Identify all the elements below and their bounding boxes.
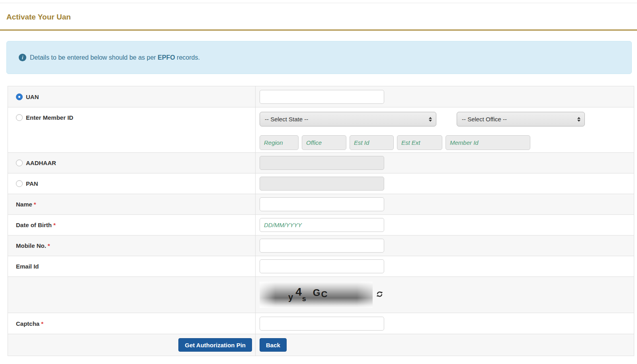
name-label: Name bbox=[16, 201, 32, 208]
select-stepper-icon bbox=[577, 117, 580, 122]
captcha-image: y4sGC bbox=[260, 282, 373, 308]
uan-radio-label: UAN bbox=[26, 93, 39, 100]
name-input[interactable] bbox=[260, 197, 384, 211]
member-id-input bbox=[446, 135, 530, 150]
uan-activation-form: UAN Enter Member ID -- Select State -- -… bbox=[8, 86, 634, 356]
member-id-radio[interactable] bbox=[16, 114, 23, 121]
dob-label: Date of Birth bbox=[16, 222, 52, 228]
uan-input[interactable] bbox=[260, 90, 384, 104]
pan-input bbox=[260, 177, 384, 191]
dob-input[interactable] bbox=[260, 218, 384, 232]
refresh-icon bbox=[376, 291, 383, 299]
state-select[interactable]: -- Select State -- bbox=[260, 112, 436, 127]
office-input bbox=[302, 135, 346, 150]
uan-radio[interactable] bbox=[16, 93, 23, 100]
info-icon: i bbox=[19, 54, 26, 61]
captcha-input[interactable] bbox=[260, 317, 384, 331]
pan-radio[interactable] bbox=[16, 180, 23, 187]
info-alert: i Details to be entered below should be … bbox=[6, 41, 632, 74]
email-label: Email Id bbox=[16, 263, 39, 270]
region-input bbox=[260, 135, 299, 150]
row-captcha-input: Captcha * bbox=[8, 313, 634, 334]
row-buttons: Get Authorization Pin Back bbox=[8, 334, 634, 356]
mobile-label: Mobile No. bbox=[16, 242, 46, 249]
mobile-input[interactable] bbox=[260, 239, 384, 253]
top-divider bbox=[0, 0, 637, 3]
required-asterisk: * bbox=[48, 242, 50, 249]
est-ext-input bbox=[397, 135, 442, 150]
back-button[interactable]: Back bbox=[260, 338, 287, 352]
office-select[interactable]: -- Select Office -- bbox=[457, 112, 585, 127]
row-aadhaar: AADHAAR bbox=[8, 152, 634, 173]
alert-text: Details to be entered below should be as… bbox=[30, 54, 200, 61]
aadhaar-input bbox=[260, 156, 384, 170]
member-id-radio-label: Enter Member ID bbox=[26, 114, 73, 121]
required-asterisk: * bbox=[41, 320, 43, 327]
pan-radio-label: PAN bbox=[26, 180, 38, 187]
required-asterisk: * bbox=[53, 222, 56, 228]
aadhaar-radio[interactable] bbox=[16, 160, 23, 166]
required-asterisk: * bbox=[34, 201, 36, 208]
office-select-value: -- Select Office -- bbox=[462, 116, 507, 123]
row-name: Name * bbox=[8, 194, 634, 214]
select-stepper-icon bbox=[429, 117, 432, 122]
captcha-refresh-button[interactable] bbox=[376, 291, 383, 299]
est-id-input bbox=[350, 135, 394, 150]
row-mobile: Mobile No. * bbox=[8, 235, 634, 256]
row-captcha-image: y4sGC bbox=[8, 276, 634, 313]
row-pan: PAN bbox=[8, 173, 634, 194]
row-dob: Date of Birth * bbox=[8, 214, 634, 235]
email-input[interactable] bbox=[260, 259, 384, 273]
row-email: Email Id bbox=[8, 256, 634, 276]
aadhaar-radio-label: AADHAAR bbox=[26, 160, 56, 166]
page-title: Activate Your Uan bbox=[6, 13, 71, 21]
row-member-id: Enter Member ID -- Select State -- -- Se… bbox=[8, 107, 634, 152]
page-header: Activate Your Uan bbox=[0, 3, 637, 31]
get-authorization-pin-button[interactable]: Get Authorization Pin bbox=[178, 338, 252, 352]
state-select-value: -- Select State -- bbox=[265, 116, 308, 123]
row-uan: UAN bbox=[8, 86, 634, 107]
captcha-label: Captcha bbox=[16, 320, 39, 327]
